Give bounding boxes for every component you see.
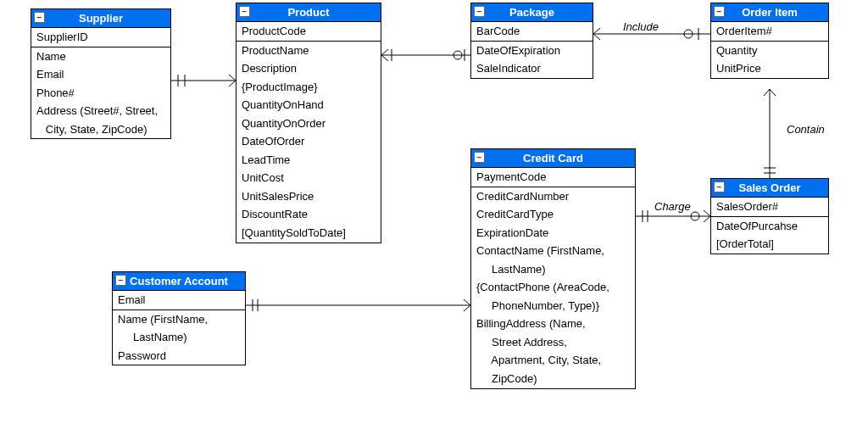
entity-title: Credit Card <box>523 152 583 164</box>
svg-line-6 <box>381 49 388 55</box>
entity-title: Customer Account <box>130 275 228 287</box>
attr: DiscountRate <box>236 205 381 224</box>
attr: UnitCost <box>236 169 381 187</box>
attr: Street Address, <box>471 333 635 352</box>
entity-salesorder: − Sales Order SalesOrder# DateOfPurcahse… <box>710 178 829 254</box>
attr: LeadTime <box>236 151 381 170</box>
entity-customer: − Customer Account Email Name (FirstName… <box>112 271 246 365</box>
attr: UnitPrice <box>711 59 828 78</box>
entity-supplier: − Supplier SupplierID Name Email Phone# … <box>31 8 171 139</box>
entity-product: − Product ProductCode ProductName Descri… <box>236 3 381 243</box>
pk-attr: OrderItem# <box>711 22 828 41</box>
attr: CreditCardType <box>471 205 635 224</box>
entity-header: − Package <box>471 3 593 22</box>
entity-header: − Order Item <box>711 3 828 22</box>
attr: PhoneNumber, Type)} <box>471 297 635 315</box>
attr: DateOfExpiration <box>471 42 593 60</box>
entity-title: Supplier <box>79 12 123 25</box>
entity-header: − Product <box>236 3 381 22</box>
attr: ExpirationDate <box>471 224 635 243</box>
attr: [QuantitySoldToDate] <box>236 224 381 243</box>
pk-attr: PaymentCode <box>471 168 635 187</box>
rel-include-label: Include <box>623 20 659 33</box>
collapse-icon[interactable]: − <box>474 6 485 17</box>
pk-attr: SupplierID <box>31 28 170 47</box>
collapse-icon[interactable]: − <box>115 275 126 286</box>
svg-line-2 <box>229 81 236 86</box>
attr: QuantityOnOrder <box>236 114 381 133</box>
attr: Email <box>31 65 170 84</box>
attr: Description <box>236 59 381 78</box>
attr: ContactName (FirstName, <box>471 242 635 260</box>
entity-orderitem: − Order Item OrderItem# Quantity UnitPri… <box>710 3 829 79</box>
attr: LastName) <box>471 260 635 279</box>
attr: {ContactPhone (AreaCode, <box>471 278 635 297</box>
attr: Address (Street#, Street, <box>31 102 170 120</box>
entity-title: Package <box>509 6 554 19</box>
attr: BillingAddress (Name, <box>471 315 635 333</box>
attr: LastName) <box>113 328 245 347</box>
svg-line-13 <box>593 34 600 40</box>
attr: CreditCardNumber <box>471 187 635 206</box>
svg-point-9 <box>453 51 462 59</box>
attr: {ProductImage} <box>236 78 381 97</box>
attr: Phone# <box>31 84 170 103</box>
attr: DateOfOrder <box>236 132 381 151</box>
svg-line-17 <box>764 89 770 96</box>
svg-line-25 <box>704 210 710 216</box>
entity-header: − Credit Card <box>471 149 635 168</box>
attr: QuantityOnHand <box>236 96 381 114</box>
attr: UnitSalesPrice <box>236 187 381 206</box>
attr: Quantity <box>711 42 828 60</box>
svg-line-1 <box>229 75 236 81</box>
pk-attr: SalesOrder# <box>711 198 828 216</box>
svg-line-30 <box>464 299 470 305</box>
rel-contain-label: Contain <box>787 123 825 136</box>
entity-title: Order Item <box>742 6 798 19</box>
svg-point-14 <box>684 30 693 38</box>
svg-point-24 <box>691 212 699 220</box>
attr: Name (FirstName, <box>113 310 245 329</box>
entity-package: − Package BarCode DateOfExpiration SaleI… <box>470 3 593 79</box>
pk-attr: BarCode <box>471 22 593 41</box>
entity-header: − Supplier <box>31 9 170 28</box>
collapse-icon[interactable]: − <box>714 181 725 192</box>
attr: Password <box>113 347 245 365</box>
collapse-icon[interactable]: − <box>474 152 485 163</box>
attr: City, State, ZipCode) <box>31 120 170 139</box>
svg-line-7 <box>381 55 388 61</box>
collapse-icon[interactable]: − <box>34 12 45 23</box>
rel-charge-label: Charge <box>654 200 691 213</box>
attr: Name <box>31 47 170 66</box>
entity-header: − Customer Account <box>113 272 245 291</box>
svg-line-26 <box>704 216 710 222</box>
collapse-icon[interactable]: − <box>714 6 725 17</box>
attr: DateOfPurcahse <box>711 217 828 236</box>
attr: SaleIndicator <box>471 59 593 78</box>
svg-line-18 <box>770 89 776 96</box>
entity-header: − Sales Order <box>711 179 828 198</box>
attr: ZipCode) <box>471 370 635 388</box>
pk-attr: ProductCode <box>236 22 381 41</box>
entity-title: Product <box>287 6 329 19</box>
entity-title: Sales Order <box>739 181 801 194</box>
svg-line-12 <box>593 28 600 34</box>
attr: ProductName <box>236 42 381 60</box>
pk-attr: Email <box>113 291 245 309</box>
attr: Apartment, City, State, <box>471 351 635 370</box>
collapse-icon[interactable]: − <box>239 6 250 17</box>
svg-line-31 <box>464 305 470 311</box>
attr: [OrderTotal] <box>711 235 828 254</box>
entity-creditcard: − Credit Card PaymentCode CreditCardNumb… <box>470 148 636 389</box>
